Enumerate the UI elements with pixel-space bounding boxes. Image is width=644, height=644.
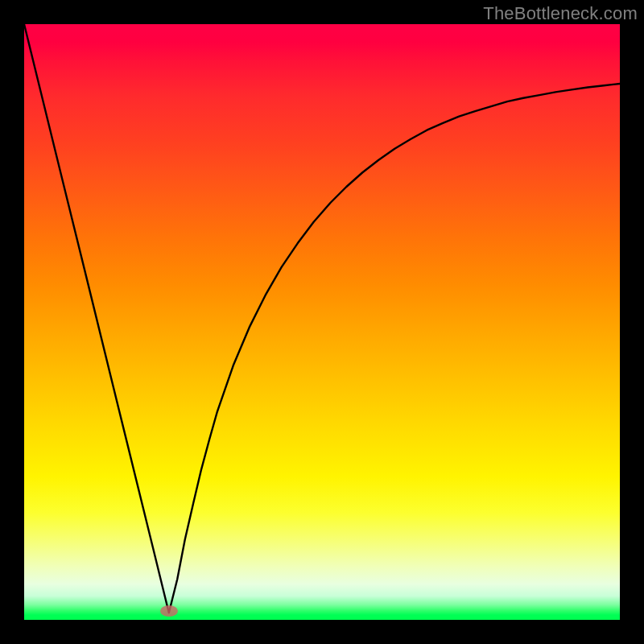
chart-curve-svg (24, 24, 620, 620)
chart-plot-area (24, 24, 620, 620)
bottleneck-marker (160, 605, 178, 617)
watermark-text: TheBottleneck.com (483, 3, 638, 24)
chart-frame: TheBottleneck.com (0, 0, 644, 644)
bottleneck-curve (24, 24, 620, 613)
